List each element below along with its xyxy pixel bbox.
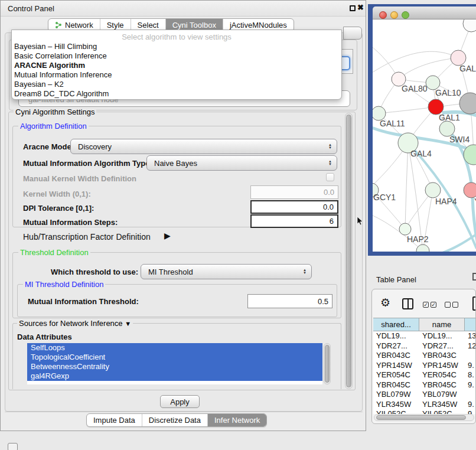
table-cell[interactable]: YDR27... [373, 341, 419, 351]
table-rows: YDL19...YDL19...13YDR27...YDR27...12YBR0… [373, 331, 476, 414]
attributes-scrollbar-thumb[interactable] [325, 345, 330, 383]
algorithm-dropdown-item[interactable]: Basic Correlation Inference [14, 51, 339, 61]
settings-scrollbar-thumb[interactable] [346, 115, 351, 387]
zoom-traffic-light-icon[interactable] [402, 11, 409, 19]
data-attribute-item[interactable]: SelfLoops [27, 343, 322, 353]
minimize-traffic-light-icon[interactable] [390, 11, 398, 19]
minimized-panel-icon[interactable] [8, 443, 18, 450]
column-view-icon[interactable] [402, 298, 413, 309]
table-cell[interactable]: YPR145W [373, 361, 419, 371]
table-row[interactable]: YIL052CYIL052C9 [373, 409, 476, 414]
column-header-partial[interactable] [465, 318, 476, 331]
attributes-scrollbar[interactable] [324, 343, 331, 384]
table-row[interactable]: YDL19...YDL19...13 [373, 331, 476, 341]
algorithm-dropdown-item[interactable]: Bayesian – Hill Climbing [14, 42, 339, 51]
table-cell[interactable]: 9. [465, 400, 476, 410]
algorithm-combobox-fragment[interactable] [343, 27, 362, 40]
table-cell[interactable]: 9. [465, 380, 476, 390]
network-canvas[interactable]: GALGAL80GAL10GAL1GAL11SWI4GAL4GCY1HAP4YH… [373, 19, 476, 252]
table-cell[interactable]: YER054C [373, 370, 419, 380]
unchecked-box-icon[interactable] [452, 302, 458, 308]
algorithm-definition-label: Algorithm Definition [18, 122, 89, 131]
table-cell[interactable]: YER054C [419, 370, 465, 380]
table-cell[interactable]: 12 [465, 341, 476, 351]
algorithm-dropdown-item[interactable]: ARACNE Algorithm [14, 61, 339, 70]
table-cell[interactable]: YBL079W [419, 390, 465, 400]
checked-box-icon[interactable]: ✓ [423, 302, 429, 308]
collapse-arrow-icon[interactable]: ▼ [125, 320, 131, 327]
table-cell[interactable]: 9. [465, 361, 476, 371]
table-cell[interactable]: YIL052C [419, 409, 465, 414]
data-attribute-item[interactable]: gal4RGexp [27, 371, 322, 381]
data-attribute-item[interactable]: BetweennessCentrality [27, 362, 322, 371]
table-panel-float-icon[interactable] [472, 273, 476, 281]
unchecked-box-icon[interactable] [445, 302, 451, 308]
mi-steps-field[interactable]: 6 [250, 214, 338, 228]
manual-kernel-width-checkbox[interactable] [326, 173, 334, 181]
document-icon-fragment[interactable] [472, 296, 476, 311]
aracne-mode-combobox[interactable]: Discovery ▲▼ [70, 139, 337, 154]
table-row[interactable]: YLR345WYLR345W9. [373, 400, 476, 410]
network-node-label: GAL80 [402, 84, 428, 93]
dpi-tolerance-field[interactable]: 0.0 [250, 200, 338, 214]
table-cell[interactable]: YDL19... [373, 331, 419, 341]
table-cell[interactable]: 13 [465, 331, 476, 341]
screen: Control Panel ✖ Network Style Select Cyn… [0, 0, 476, 450]
algorithm-dropdown-prompt: Select algorithm to view settings [12, 32, 341, 41]
close-icon[interactable]: ✖ [357, 3, 364, 12]
table-cell[interactable]: YBR043C [373, 351, 419, 361]
network-node-hap2[interactable] [399, 223, 411, 235]
which-threshold-combobox[interactable]: MI Threshold ▲▼ [141, 264, 312, 279]
table-cell[interactable]: YBR045C [419, 380, 465, 390]
network-thick-edges [373, 112, 476, 252]
table-panel-title: Table Panel [376, 275, 416, 284]
table-row[interactable]: YPR145WYPR145W9. [373, 361, 476, 371]
table-cell[interactable] [465, 351, 476, 361]
gear-icon[interactable]: ⚙ [380, 296, 390, 309]
mi-algorithm-type-combobox[interactable]: Naive Bayes ▲▼ [146, 155, 337, 171]
table-row[interactable]: YBR045CYBR045C9. [373, 380, 476, 390]
table-cell[interactable]: 9 [465, 409, 476, 414]
table-cell[interactable]: YLR345W [419, 400, 465, 410]
settings-scrollbar[interactable] [345, 113, 353, 389]
table-row[interactable]: YDR27...YDR27...12 [373, 341, 476, 351]
algorithm-dropdown-item[interactable]: Mutual Information Inference [14, 70, 339, 80]
tab-impute-data[interactable]: Impute Data [87, 414, 142, 426]
table-cell[interactable]: YBL079W [373, 390, 419, 400]
data-attribute-item[interactable]: TopologicalCoefficient [27, 353, 322, 362]
table-cell[interactable]: YDL19... [419, 331, 465, 341]
table-row[interactable]: YER054CYER054C8. [373, 370, 476, 380]
table-panel-window: ⚙ ✓ ✓ shared... name YDL19...YDL19...13Y… [371, 289, 476, 424]
kernel-width-field[interactable]: 0.0 [250, 185, 338, 199]
table-row[interactable]: YBL079WYBL079W [373, 390, 476, 400]
network-node[interactable] [463, 19, 476, 32]
checked-box-icon[interactable]: ✓ [431, 302, 436, 308]
table-cell[interactable]: YIL052C [373, 409, 419, 414]
network-window-titlebar[interactable] [373, 6, 476, 19]
float-window-icon[interactable] [350, 5, 356, 11]
apply-button-label: Apply [170, 397, 190, 406]
network-node-y[interactable] [464, 182, 476, 198]
table-cell[interactable]: YBR045C [373, 380, 419, 390]
apply-button[interactable]: Apply [160, 395, 200, 408]
table-cell[interactable]: YBR043C [419, 351, 465, 361]
table-row[interactable]: YBR043CYBR043C [373, 351, 476, 361]
network-node[interactable] [416, 244, 429, 252]
column-header-name[interactable]: name [419, 318, 465, 331]
table-cell[interactable]: YLR345W [373, 400, 419, 410]
expand-arrow-icon[interactable]: ▶ [164, 231, 171, 240]
algorithm-dropdown-item[interactable]: Dream8 DC_TDC Algorithm [14, 89, 339, 99]
column-header-shared[interactable]: shared... [373, 318, 419, 331]
tab-infer-network[interactable]: Infer Network [207, 414, 266, 426]
mi-threshold-field[interactable]: 0.5 [247, 294, 332, 308]
table-hscrollbar[interactable] [374, 414, 474, 421]
close-traffic-light-icon[interactable] [379, 11, 387, 19]
table-cell[interactable]: 8. [465, 370, 476, 380]
algorithm-dropdown-item[interactable]: Bayesian – K2 [14, 80, 339, 89]
table-cell[interactable]: YPR145W [419, 361, 465, 371]
tab-discretize-data[interactable]: Discretize Data [142, 414, 207, 426]
network-node-hap4[interactable] [425, 182, 441, 198]
table-cell[interactable]: YDR27... [419, 341, 465, 351]
table-hscrollbar-thumb[interactable] [376, 415, 466, 420]
table-cell[interactable] [465, 390, 476, 400]
